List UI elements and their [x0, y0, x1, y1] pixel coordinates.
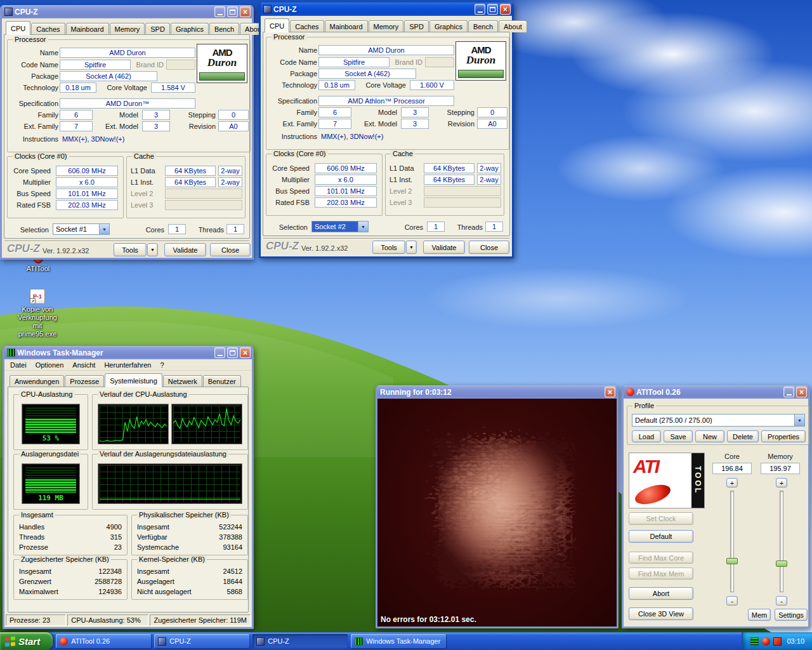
- close-button[interactable]: ×: [240, 347, 251, 358]
- memory-slider-track[interactable]: [780, 491, 783, 592]
- delete-button[interactable]: Delete: [727, 430, 759, 442]
- tab-about[interactable]: About: [499, 20, 527, 32]
- taskbar-item-taskmanager[interactable]: Windows Task-Manager: [351, 634, 446, 648]
- find-max-mem-button[interactable]: Find Max Mem: [629, 567, 693, 580]
- tab-prozesse[interactable]: Prozesse: [65, 375, 104, 387]
- start-button[interactable]: Start: [0, 632, 53, 650]
- tools-dropdown-button[interactable]: ▼: [406, 241, 417, 254]
- taskbar-item-label: Windows Task-Manager: [366, 637, 440, 645]
- tab-graphics[interactable]: Graphics: [171, 23, 209, 35]
- tab-cpu[interactable]: CPU: [6, 21, 30, 35]
- cpu-history-graph-2: [171, 404, 242, 444]
- taskbar-item-cpuz-1[interactable]: CPU-Z: [154, 634, 249, 648]
- close-button[interactable]: ×: [605, 387, 615, 397]
- maximize-button[interactable]: [227, 6, 238, 17]
- tab-bench[interactable]: Bench: [209, 23, 239, 35]
- socket-selection-combo[interactable]: Socket #2 ▼: [311, 221, 369, 232]
- l1inst-assoc: 2-way: [218, 177, 242, 187]
- tab-systemleistung[interactable]: Systemleistung: [105, 373, 162, 387]
- core-plus-button[interactable]: +: [726, 478, 738, 488]
- memory-slider-thumb[interactable]: [776, 560, 787, 567]
- tab-caches[interactable]: Caches: [31, 23, 65, 35]
- minimize-button[interactable]: [475, 4, 485, 15]
- tools-button[interactable]: Tools: [114, 243, 147, 256]
- minimize-button[interactable]: [783, 387, 794, 397]
- memory-clock-value: 195.97: [761, 463, 800, 474]
- tab-caches[interactable]: Caches: [290, 20, 324, 32]
- abort-button[interactable]: Abort: [629, 587, 693, 600]
- tab-bench[interactable]: Bench: [468, 20, 498, 32]
- tab-anwendungen[interactable]: Anwendungen: [10, 375, 64, 387]
- level3-value: [165, 200, 242, 210]
- menu-datei[interactable]: Datei: [6, 360, 31, 370]
- tools-button[interactable]: Tools: [372, 241, 405, 254]
- find-max-core-button[interactable]: Find Max Core: [629, 552, 693, 564]
- tab-mainboard[interactable]: Mainboard: [66, 23, 109, 35]
- close-window-button[interactable]: Close: [210, 243, 251, 256]
- tab-mainboard[interactable]: Mainboard: [325, 20, 368, 32]
- threads-label: Threads: [454, 222, 483, 232]
- chevron-down-icon[interactable]: ▼: [358, 222, 368, 232]
- tab-netzwerk[interactable]: Netzwerk: [163, 375, 202, 387]
- default-button[interactable]: Default: [629, 530, 693, 543]
- new-button[interactable]: New: [695, 430, 724, 442]
- tools-dropdown-button[interactable]: ▼: [147, 243, 158, 256]
- tab-spd[interactable]: SPD: [404, 20, 429, 32]
- desktop-icon-prime95-shortcut[interactable]: P-1 ↗ Kopie von Verknüpfung mit prime95.…: [13, 289, 62, 338]
- titlebar[interactable]: ATITool 0.26 ×: [624, 385, 808, 399]
- cpu-usage-tray-icon[interactable]: [750, 637, 759, 646]
- close-window-button[interactable]: Close: [469, 241, 509, 254]
- maximize-button[interactable]: [487, 4, 498, 15]
- titlebar[interactable]: Running for 0:03:12 ×: [377, 385, 617, 399]
- tab-memory[interactable]: Memory: [369, 20, 404, 32]
- memory-minus-button[interactable]: -: [776, 596, 787, 606]
- profile-combo[interactable]: Default (275.00 / 275.00) ▼: [632, 414, 805, 427]
- taskbar-item-atitool[interactable]: ATITool 0.26: [56, 634, 151, 648]
- menu-help[interactable]: ?: [155, 360, 168, 370]
- tab-benutzer[interactable]: Benutzer: [203, 375, 241, 387]
- close-button[interactable]: ×: [500, 4, 511, 15]
- menu-ansicht[interactable]: Ansicht: [68, 360, 100, 370]
- taskbar-item-cpuz-2[interactable]: CPU-Z: [252, 634, 348, 648]
- taskbar: Start ATITool 0.26 CPU-Z CPU-Z Windows T…: [0, 632, 812, 650]
- load-button[interactable]: Load: [632, 430, 661, 442]
- desktop-icon-label-line2: mit prime95.exe: [13, 322, 62, 338]
- tab-memory[interactable]: Memory: [110, 23, 145, 35]
- stat-value: 93164: [223, 543, 242, 551]
- tab-cpu[interactable]: CPU: [265, 18, 289, 32]
- settings-button[interactable]: Settings: [775, 609, 808, 621]
- close-3d-view-button[interactable]: Close 3D View: [629, 607, 693, 620]
- core-slider-thumb[interactable]: [726, 558, 738, 564]
- mem-button[interactable]: Mem: [748, 609, 771, 621]
- stat-label: Insgesamt: [137, 523, 169, 531]
- titlebar[interactable]: Windows Task-Manager ×: [4, 346, 252, 359]
- core-slider-track[interactable]: [730, 491, 734, 592]
- chevron-down-icon[interactable]: ▼: [794, 415, 804, 426]
- maximize-button[interactable]: [227, 347, 238, 358]
- group-title: Profile: [632, 402, 656, 409]
- close-button[interactable]: ×: [240, 6, 251, 17]
- memory-plus-button[interactable]: +: [776, 478, 787, 488]
- socket-selection-combo[interactable]: Socket #1 ▼: [53, 223, 110, 235]
- version-text: Ver. 1.92.2.x32: [301, 244, 348, 252]
- logo-duron-text: Duron: [466, 54, 495, 67]
- properties-button[interactable]: Properties: [761, 430, 806, 442]
- validate-button[interactable]: Validate: [164, 243, 206, 256]
- red-tray-icon[interactable]: [773, 637, 782, 646]
- chevron-down-icon[interactable]: ▼: [99, 224, 109, 234]
- tab-spd[interactable]: SPD: [145, 23, 170, 35]
- menu-herunterfahren[interactable]: Herunterfahren: [100, 360, 155, 370]
- validate-button[interactable]: Validate: [423, 241, 465, 254]
- titlebar[interactable]: CPU-Z ×: [2, 5, 252, 18]
- close-button[interactable]: ×: [796, 387, 807, 397]
- set-clock-button[interactable]: Set Clock: [629, 512, 693, 525]
- minimize-button[interactable]: [214, 6, 225, 17]
- minimize-button[interactable]: [214, 347, 225, 358]
- save-button[interactable]: Save: [664, 430, 693, 442]
- atitool-tray-icon[interactable]: [762, 637, 770, 646]
- core-minus-button[interactable]: -: [726, 596, 738, 606]
- menu-optionen[interactable]: Optionen: [31, 360, 69, 370]
- stat-row: Grenzwert2588728: [19, 576, 122, 586]
- tab-graphics[interactable]: Graphics: [429, 20, 468, 32]
- titlebar[interactable]: CPU-Z ×: [261, 3, 512, 16]
